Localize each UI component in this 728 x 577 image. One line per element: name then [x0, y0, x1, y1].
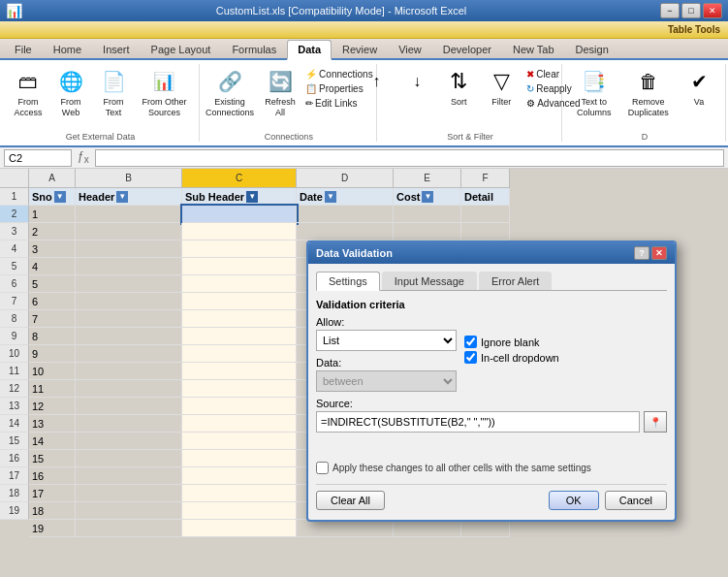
tab-developer[interactable]: Developer	[432, 40, 502, 58]
from-web-button[interactable]: 🌐 From Web	[50, 64, 91, 120]
cell-C11[interactable]	[182, 363, 297, 380]
row-num-18[interactable]: 18	[0, 485, 29, 502]
maximize-button[interactable]: □	[681, 3, 701, 18]
cell-C20[interactable]	[182, 520, 297, 537]
source-input[interactable]	[316, 411, 640, 433]
cell-A1[interactable]: Sno ▼	[29, 188, 76, 206]
cell-A19[interactable]: 18	[29, 502, 76, 520]
col-header-A[interactable]: A	[29, 169, 76, 188]
existing-connections-button[interactable]: 🔗 Existing Connections	[202, 64, 258, 120]
cell-C4[interactable]	[182, 240, 297, 258]
cell-B19[interactable]	[76, 502, 182, 520]
data-select[interactable]: between	[316, 370, 457, 392]
cell-E2[interactable]	[394, 206, 461, 223]
cell-B15[interactable]	[76, 433, 182, 450]
row-num-7[interactable]: 7	[0, 293, 29, 310]
validate-button[interactable]: ✔ Va	[679, 64, 719, 110]
tab-new-tab[interactable]: New Tab	[502, 40, 565, 58]
cell-A11[interactable]: 10	[29, 363, 76, 380]
cell-C16[interactable]	[182, 450, 297, 467]
col-header-E[interactable]: E	[394, 169, 461, 188]
cell-C18[interactable]	[182, 485, 297, 502]
row-num-10[interactable]: 10	[0, 345, 29, 363]
from-text-button[interactable]: 📄 From Text	[93, 64, 134, 120]
cell-D3[interactable]	[297, 223, 394, 240]
cell-C5[interactable]	[182, 258, 297, 275]
row-num-2[interactable]: 2	[0, 206, 29, 223]
row-num-16[interactable]: 16	[0, 450, 29, 467]
cell-F3[interactable]	[461, 223, 510, 240]
cell-C8[interactable]	[182, 310, 297, 328]
cell-A16[interactable]: 15	[29, 450, 76, 467]
tab-page-layout[interactable]: Page Layout	[141, 40, 222, 58]
row-num-17[interactable]: 17	[0, 467, 29, 485]
cancel-button[interactable]: Cancel	[605, 491, 667, 510]
ignore-blank-checkbox[interactable]	[464, 336, 477, 348]
row-num-11[interactable]: 11	[0, 363, 29, 380]
cell-E3[interactable]	[394, 223, 461, 240]
col-header-B[interactable]: B	[76, 169, 182, 188]
cell-B17[interactable]	[76, 467, 182, 485]
source-picker-button[interactable]: 📍	[644, 411, 667, 433]
row-num-15[interactable]: 15	[0, 433, 29, 450]
cell-D1[interactable]: Date ▼	[297, 188, 394, 206]
tab-insert[interactable]: Insert	[92, 40, 141, 58]
cell-C6[interactable]	[182, 275, 297, 293]
cell-C12[interactable]	[182, 380, 297, 398]
cell-D20[interactable]	[297, 520, 394, 537]
col-header-D[interactable]: D	[297, 169, 394, 188]
cell-A17[interactable]: 16	[29, 467, 76, 485]
dialog-help-button[interactable]: ?	[634, 246, 649, 260]
row-num-1[interactable]: 1	[0, 188, 29, 206]
row-num-13[interactable]: 13	[0, 398, 29, 415]
cell-A14[interactable]: 13	[29, 415, 76, 433]
cell-B10[interactable]	[76, 345, 182, 363]
row-num-12[interactable]: 12	[0, 380, 29, 398]
cell-B2[interactable]	[76, 206, 182, 223]
cell-A13[interactable]: 12	[29, 398, 76, 415]
cell-C14[interactable]	[182, 415, 297, 433]
cell-F2[interactable]	[461, 206, 510, 223]
dialog-tab-input-message[interactable]: Input Message	[382, 272, 477, 290]
row-num-5[interactable]: 5	[0, 258, 29, 275]
cell-C13[interactable]	[182, 398, 297, 415]
row-num-19[interactable]: 19	[0, 502, 29, 520]
cell-A6[interactable]: 5	[29, 275, 76, 293]
dialog-close-button[interactable]: ✕	[651, 246, 667, 260]
cell-C15[interactable]	[182, 433, 297, 450]
row-num-9[interactable]: 9	[0, 328, 29, 345]
cell-A4[interactable]: 3	[29, 240, 76, 258]
dialog-tab-error-alert[interactable]: Error Alert	[479, 272, 553, 290]
tab-home[interactable]: Home	[43, 40, 92, 58]
row-num-8[interactable]: 8	[0, 310, 29, 328]
apply-changes-checkbox[interactable]	[316, 462, 329, 474]
clear-all-button[interactable]: Clear All	[316, 491, 385, 510]
cell-A15[interactable]: 14	[29, 433, 76, 450]
remove-duplicates-button[interactable]: 🗑 Remove Duplicates	[620, 64, 677, 120]
col-header-F[interactable]: F	[461, 169, 510, 188]
from-access-button[interactable]: 🗃 From Access	[8, 64, 48, 120]
cell-A20[interactable]: 19	[29, 520, 76, 537]
cell-A5[interactable]: 4	[29, 258, 76, 275]
row-num-3[interactable]: 3	[0, 223, 29, 240]
cell-B11[interactable]	[76, 363, 182, 380]
cell-C17[interactable]	[182, 467, 297, 485]
cell-B13[interactable]	[76, 398, 182, 415]
sort-button[interactable]: ⇅ Sort	[438, 64, 479, 110]
formula-input[interactable]	[95, 149, 724, 167]
minimize-button[interactable]: −	[660, 3, 680, 18]
cell-B20[interactable]	[76, 520, 182, 537]
cell-C2[interactable]	[182, 206, 297, 223]
tab-view[interactable]: View	[388, 40, 432, 58]
cell-A7[interactable]: 6	[29, 293, 76, 310]
cell-A12[interactable]: 11	[29, 380, 76, 398]
cell-C9[interactable]	[182, 328, 297, 345]
cell-B18[interactable]	[76, 485, 182, 502]
cell-C10[interactable]	[182, 345, 297, 363]
ok-button[interactable]: OK	[549, 491, 599, 510]
cell-F20[interactable]	[461, 520, 510, 537]
cell-A18[interactable]: 17	[29, 485, 76, 502]
tab-data[interactable]: Data	[287, 40, 332, 60]
cell-C1[interactable]: Sub Header ▼	[182, 188, 297, 206]
cell-D2[interactable]	[297, 206, 394, 223]
